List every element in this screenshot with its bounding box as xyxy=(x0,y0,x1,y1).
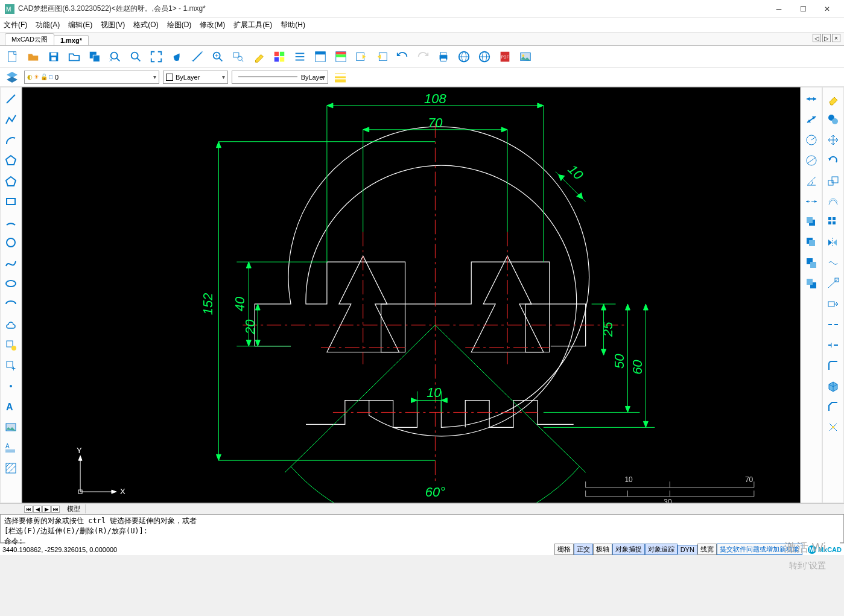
dim-diameter-tool[interactable] xyxy=(802,151,820,170)
menu-help[interactable]: 帮助(H) xyxy=(281,20,305,30)
zoom-button[interactable] xyxy=(127,48,145,66)
zoom-realtime-button[interactable] xyxy=(209,48,227,66)
rectangle-tool[interactable] xyxy=(2,192,20,211)
pan-button[interactable] xyxy=(168,48,186,66)
hatch-tool[interactable] xyxy=(2,459,20,477)
status-polar[interactable]: 极轴 xyxy=(593,544,612,555)
status-feedback-link[interactable]: 提交软件问题或增加新功能 xyxy=(717,544,802,555)
menu-format[interactable]: 格式(O) xyxy=(133,20,158,30)
web2-button[interactable] xyxy=(475,48,493,66)
layer-manager-button[interactable] xyxy=(4,69,21,85)
3d-tool[interactable] xyxy=(824,377,842,395)
send-under-tool[interactable] xyxy=(802,275,820,293)
dim-linear-tool[interactable] xyxy=(802,90,820,108)
tab-file[interactable]: 1.mxg* xyxy=(54,35,89,45)
dim-angular-tool[interactable] xyxy=(802,172,820,190)
point-tool[interactable] xyxy=(2,377,20,395)
lineweight-button[interactable] xyxy=(332,69,349,85)
highlight-button[interactable] xyxy=(250,48,268,66)
redo-button[interactable] xyxy=(414,48,432,66)
menu-extend[interactable]: 扩展工具(E) xyxy=(233,20,272,30)
status-otrack[interactable]: 对象追踪 xyxy=(645,544,677,555)
zoom-extents-button[interactable] xyxy=(147,48,165,66)
open-recent-button[interactable] xyxy=(24,48,42,66)
image-tool[interactable] xyxy=(2,418,20,436)
minimize-button[interactable]: ─ xyxy=(767,1,791,17)
menu-view[interactable]: 视图(V) xyxy=(101,20,125,30)
fillet-tool[interactable] xyxy=(824,357,842,375)
send-back-tool[interactable] xyxy=(802,233,820,252)
new-button[interactable] xyxy=(4,48,22,66)
status-osnap[interactable]: 对象捕捉 xyxy=(612,544,645,555)
polygon2-tool[interactable] xyxy=(2,172,20,190)
offset-tool[interactable] xyxy=(824,192,842,211)
layer-combo[interactable]: ◐☀🔓□ 0 xyxy=(24,71,159,84)
polyline-tool[interactable] xyxy=(2,110,20,129)
menu-draw[interactable]: 绘图(D) xyxy=(167,20,192,30)
menu-file[interactable]: 文件(F) xyxy=(4,20,27,30)
bring-above-tool[interactable] xyxy=(802,254,820,272)
bring-front-tool[interactable] xyxy=(802,213,820,231)
dim-aligned-tool[interactable] xyxy=(802,110,820,129)
erase-tool[interactable] xyxy=(824,90,842,108)
open-button[interactable] xyxy=(65,48,83,66)
tab-prev-icon[interactable]: ◁ xyxy=(813,34,821,42)
import-button[interactable] xyxy=(373,48,391,66)
find-button[interactable] xyxy=(229,48,247,66)
move-tool[interactable] xyxy=(824,131,842,149)
menu-edit[interactable]: 编辑(E) xyxy=(68,20,92,30)
rotate-tool[interactable] xyxy=(824,151,842,170)
spline-tool[interactable] xyxy=(2,254,20,272)
web-button[interactable] xyxy=(455,48,473,66)
layer-window-button[interactable] xyxy=(311,48,329,66)
maximize-button[interactable]: ☐ xyxy=(791,1,815,17)
properties-button[interactable] xyxy=(332,48,350,66)
status-dyn[interactable]: DYN xyxy=(677,545,697,554)
ellipse-arc-tool[interactable] xyxy=(2,295,20,313)
tab-next-icon[interactable]: ▷ xyxy=(822,34,831,42)
dim-radius-tool[interactable] xyxy=(802,131,820,149)
close-button[interactable]: ✕ xyxy=(815,1,839,17)
model-tab-next[interactable]: ▶ xyxy=(42,506,51,513)
tab-cloud[interactable]: MxCAD云图 xyxy=(5,33,54,45)
chamfer-tool[interactable] xyxy=(824,398,842,416)
mirror-tool[interactable] xyxy=(824,233,842,252)
copy-tool[interactable] xyxy=(824,110,842,129)
explode-tool[interactable] xyxy=(824,418,842,436)
undo-button[interactable] xyxy=(393,48,411,66)
list-button[interactable] xyxy=(291,48,309,66)
print-button[interactable] xyxy=(434,48,452,66)
menu-modify[interactable]: 修改(M) xyxy=(200,20,225,30)
linetype-combo[interactable]: ByLayer xyxy=(232,71,328,84)
arc2-tool[interactable] xyxy=(2,213,20,231)
saveas-button[interactable] xyxy=(86,48,104,66)
color-combo[interactable]: ByLayer xyxy=(163,71,228,84)
status-ortho[interactable]: 正交 xyxy=(574,544,593,555)
scale-tool[interactable] xyxy=(824,172,842,190)
menu-function[interactable]: 功能(A) xyxy=(36,20,60,30)
break-tool[interactable] xyxy=(824,316,842,334)
measure-button[interactable] xyxy=(188,48,206,66)
stretch-tool[interactable] xyxy=(824,295,842,313)
drawing-canvas[interactable]: 108 70 152 40 20 10 10 25 50 60 60° X Y xyxy=(22,87,801,503)
array-tool[interactable] xyxy=(824,213,842,231)
extend-tool[interactable] xyxy=(824,275,842,293)
trim-tool[interactable] xyxy=(824,254,842,272)
brand-logo[interactable]: M MxCAD xyxy=(807,545,842,554)
save-button[interactable] xyxy=(45,48,63,66)
status-lwt[interactable]: 线宽 xyxy=(697,544,717,555)
tab-close-icon[interactable]: × xyxy=(832,34,840,42)
command-line[interactable]: 选择要修剪的对象或按住 ctrl 键选择要延伸的对象，或者 [栏选(F)/边延伸… xyxy=(0,514,844,543)
pdf-button[interactable]: PDF xyxy=(496,48,514,66)
break2-tool[interactable] xyxy=(824,336,842,354)
mtext-tool[interactable]: A xyxy=(2,439,20,457)
text-tool[interactable]: A xyxy=(2,398,20,416)
ellipse-tool[interactable] xyxy=(2,275,20,293)
color-grid-button[interactable] xyxy=(270,48,288,66)
zoom-window-button[interactable] xyxy=(106,48,124,66)
arc-tool[interactable] xyxy=(2,131,20,149)
insert-block-tool[interactable] xyxy=(2,336,20,354)
dim-continue-tool[interactable] xyxy=(802,192,820,211)
revcloud-tool[interactable] xyxy=(2,316,20,334)
circle-tool[interactable] xyxy=(2,233,20,252)
